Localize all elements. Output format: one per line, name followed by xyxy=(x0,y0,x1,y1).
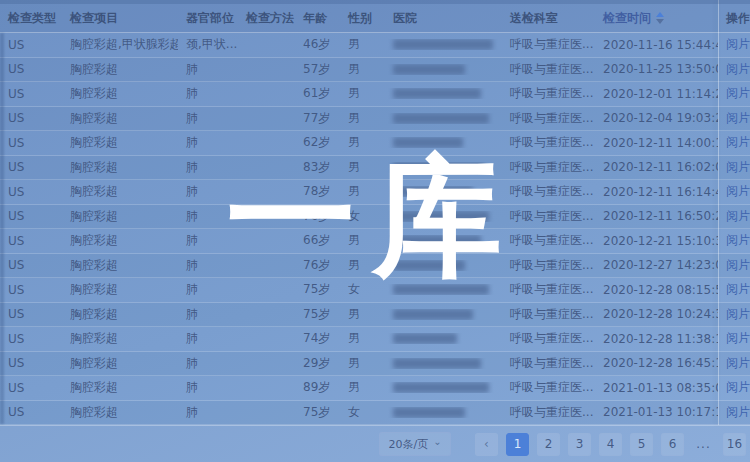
view-images-link[interactable]: 阅片 xyxy=(726,330,750,347)
redacted-hospital-text xyxy=(393,260,465,271)
view-images-link[interactable]: 阅片 xyxy=(726,85,750,102)
prev-page-button[interactable]: ‹ xyxy=(475,433,498,456)
table-body: US胸腔彩超,甲状腺彩超颈,甲状...46岁男呼吸与重症医...2020-11-… xyxy=(0,33,750,425)
cell-body_part: 肺 xyxy=(178,61,238,78)
cell-age: 76岁 xyxy=(295,208,340,225)
cell-department: 呼吸与重症医... xyxy=(502,208,595,225)
cell-exam_item: 胸腔彩超 xyxy=(62,355,178,372)
view-images-link[interactable]: 阅片 xyxy=(726,257,750,274)
cell-exam_item: 胸腔彩超 xyxy=(62,404,178,421)
column-header-label: 器官部位 xyxy=(186,10,234,27)
cell-department: 呼吸与重症医... xyxy=(502,232,595,249)
cell-hospital xyxy=(385,162,502,173)
view-images-link[interactable]: 阅片 xyxy=(726,208,750,225)
column-header-label: 性别 xyxy=(348,10,372,27)
view-images-link[interactable]: 阅片 xyxy=(726,355,750,372)
view-images-link[interactable]: 阅片 xyxy=(726,36,750,53)
cell-gender: 男 xyxy=(340,306,385,323)
view-images-link[interactable]: 阅片 xyxy=(726,379,750,396)
cell-department: 呼吸与重症医... xyxy=(502,183,595,200)
redacted-hospital-text xyxy=(393,64,465,75)
table-row: US胸腔彩超肺75岁男呼吸与重症医...2020-12-28 10:24:30阅… xyxy=(0,303,750,328)
cell-department: 呼吸与重症医... xyxy=(502,306,595,323)
cell-gender: 男 xyxy=(340,85,385,102)
cell-body_part: 肺 xyxy=(178,355,238,372)
redacted-hospital-text xyxy=(393,333,457,344)
column-header-body_part: 器官部位 xyxy=(178,10,238,27)
page-button-5[interactable]: 5 xyxy=(630,433,653,456)
page-buttons: 123456...16 xyxy=(506,433,746,456)
column-header-label: 送检科室 xyxy=(510,10,558,27)
column-header-action: 操作 xyxy=(718,10,750,27)
cell-exam_item: 胸腔彩超 xyxy=(62,281,178,298)
table-row: US胸腔彩超肺75岁女呼吸与重症医...2020-12-28 08:15:51阅… xyxy=(0,278,750,303)
view-images-link[interactable]: 阅片 xyxy=(726,281,750,298)
view-images-link[interactable]: 阅片 xyxy=(726,183,750,200)
column-header-exam_time[interactable]: 检查时间 xyxy=(595,10,718,27)
column-header-hospital: 医院 xyxy=(385,10,502,27)
cell-exam_type: US xyxy=(0,62,62,76)
column-header-exam_type: 检查类型 xyxy=(0,10,62,27)
cell-department: 呼吸与重症医... xyxy=(502,355,595,372)
view-images-link[interactable]: 阅片 xyxy=(726,159,750,176)
cell-exam_item: 胸腔彩超 xyxy=(62,232,178,249)
cell-exam_type: US xyxy=(0,405,62,419)
cell-exam_type: US xyxy=(0,111,62,125)
cell-exam_type: US xyxy=(0,185,62,199)
cell-hospital xyxy=(385,382,502,393)
table-header-row: 检查类型检查项目器官部位检查方法年龄性别医院送检科室检查时间操作 xyxy=(0,0,750,33)
fixed-column-divider xyxy=(718,0,719,425)
view-images-link[interactable]: 阅片 xyxy=(726,110,750,127)
left-edge-strip xyxy=(0,33,4,424)
cell-age: 75岁 xyxy=(295,404,340,421)
page-button-6[interactable]: 6 xyxy=(661,433,684,456)
cell-action: 阅片 xyxy=(718,306,750,323)
cell-department: 呼吸与重症医... xyxy=(502,36,595,53)
cell-gender: 男 xyxy=(340,36,385,53)
redacted-hospital-text xyxy=(393,235,481,246)
view-images-link[interactable]: 阅片 xyxy=(726,306,750,323)
view-images-link[interactable]: 阅片 xyxy=(726,404,750,421)
cell-hospital xyxy=(385,407,502,418)
sort-caret-icon xyxy=(656,12,664,24)
cell-body_part: 肺 xyxy=(178,404,238,421)
cell-age: 76岁 xyxy=(295,257,340,274)
redacted-hospital-text xyxy=(393,186,473,197)
view-images-link[interactable]: 阅片 xyxy=(726,61,750,78)
page-button-16[interactable]: 16 xyxy=(723,433,746,456)
cell-department: 呼吸与重症医... xyxy=(502,110,595,127)
table-row: US胸腔彩超肺78岁男呼吸与重症医...2020-12-11 16:14:49阅… xyxy=(0,180,750,205)
cell-exam_time: 2020-12-01 11:14:21 xyxy=(595,87,718,101)
cell-body_part: 肺 xyxy=(178,159,238,176)
cell-age: 78岁 xyxy=(295,183,340,200)
cell-gender: 女 xyxy=(340,208,385,225)
page-button-2[interactable]: 2 xyxy=(537,433,560,456)
cell-exam_type: US xyxy=(0,209,62,223)
redacted-hospital-text xyxy=(393,309,473,320)
cell-exam_type: US xyxy=(0,258,62,272)
cell-exam_item: 胸腔彩超 xyxy=(62,85,178,102)
redacted-hospital-text xyxy=(393,407,465,418)
cell-body_part: 肺 xyxy=(178,85,238,102)
column-header-age: 年龄 xyxy=(295,10,340,27)
view-images-link[interactable]: 阅片 xyxy=(726,134,750,151)
cell-exam_time: 2020-12-11 16:02:05 xyxy=(595,160,718,174)
page-button-1[interactable]: 1 xyxy=(506,433,529,456)
view-images-link[interactable]: 阅片 xyxy=(726,232,750,249)
cell-body_part: 肺 xyxy=(178,257,238,274)
cell-body_part: 肺 xyxy=(178,183,238,200)
cell-department: 呼吸与重症医... xyxy=(502,281,595,298)
page-button-4[interactable]: 4 xyxy=(599,433,622,456)
redacted-hospital-text xyxy=(393,39,493,50)
cell-exam_time: 2020-12-21 15:10:33 xyxy=(595,234,718,248)
column-header-label: 检查方法 xyxy=(246,10,294,27)
page-button-3[interactable]: 3 xyxy=(568,433,591,456)
table-row: US胸腔彩超肺74岁男呼吸与重症医...2020-12-28 11:38:11阅… xyxy=(0,327,750,352)
cell-department: 呼吸与重症医... xyxy=(502,85,595,102)
cell-department: 呼吸与重症医... xyxy=(502,404,595,421)
redacted-hospital-text xyxy=(393,113,489,124)
cell-hospital xyxy=(385,358,502,369)
page-size-select[interactable]: 20条/页 ⌄ xyxy=(379,432,451,456)
cell-gender: 男 xyxy=(340,257,385,274)
cell-exam_type: US xyxy=(0,234,62,248)
